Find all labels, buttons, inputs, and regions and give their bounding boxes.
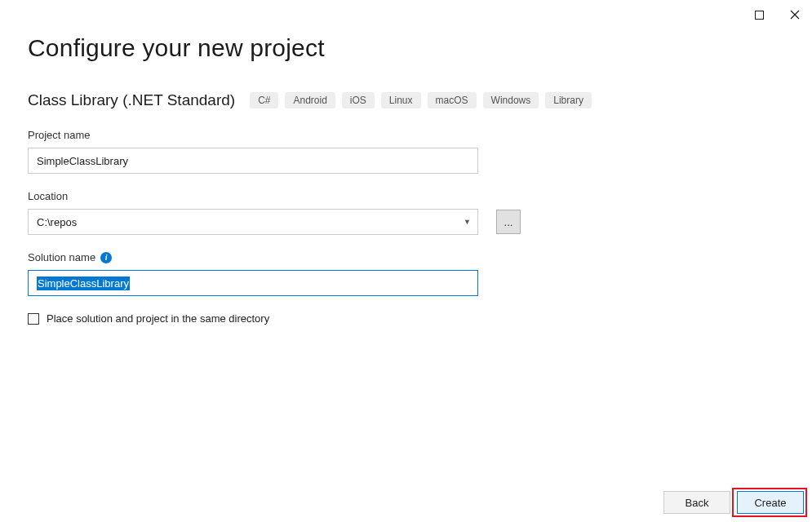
template-row: Class Library (.NET Standard) C# Android… xyxy=(28,91,784,109)
configure-project-dialog: Configure your new project Class Library… xyxy=(0,0,812,522)
dialog-content: Configure your new project Class Library… xyxy=(28,34,784,325)
tag-windows: Windows xyxy=(483,92,539,108)
info-icon[interactable]: i xyxy=(100,252,112,263)
tag-android: Android xyxy=(285,92,335,108)
tag-macos: macOS xyxy=(428,92,477,108)
template-name: Class Library (.NET Standard) xyxy=(28,91,235,109)
location-label: Location xyxy=(28,190,784,202)
solution-name-label: Solution name xyxy=(28,251,95,263)
solution-name-label-row: Solution name i xyxy=(28,251,784,263)
svg-rect-0 xyxy=(755,11,763,19)
location-group: Location C:\repos ▼ ... xyxy=(28,190,784,235)
tag-csharp: C# xyxy=(250,92,278,108)
location-combobox[interactable]: C:\repos ▼ xyxy=(28,209,478,235)
project-name-label: Project name xyxy=(28,129,784,141)
close-button[interactable] xyxy=(784,7,805,23)
create-button[interactable]: Create xyxy=(737,491,804,514)
maximize-button[interactable] xyxy=(748,7,770,23)
solution-name-input[interactable]: SimpleClassLibrary xyxy=(28,270,478,296)
tag-ios: iOS xyxy=(342,92,375,108)
tag-linux: Linux xyxy=(381,92,421,108)
project-name-group: Project name xyxy=(28,129,784,174)
solution-name-value: SimpleClassLibrary xyxy=(37,276,130,290)
location-value: C:\repos xyxy=(37,216,77,228)
same-directory-row[interactable]: Place solution and project in the same d… xyxy=(28,312,784,325)
project-name-input[interactable] xyxy=(28,148,478,174)
same-directory-label: Place solution and project in the same d… xyxy=(47,312,269,325)
same-directory-checkbox[interactable] xyxy=(28,313,39,325)
dialog-footer: Back Create xyxy=(663,491,804,514)
browse-button[interactable]: ... xyxy=(496,210,521,234)
window-titlebar xyxy=(748,0,812,26)
chevron-down-icon: ▼ xyxy=(464,218,471,226)
back-button[interactable]: Back xyxy=(663,491,730,514)
solution-name-group: Solution name i SimpleClassLibrary xyxy=(28,251,784,296)
tag-library: Library xyxy=(545,92,592,108)
page-title: Configure your new project xyxy=(28,34,784,62)
